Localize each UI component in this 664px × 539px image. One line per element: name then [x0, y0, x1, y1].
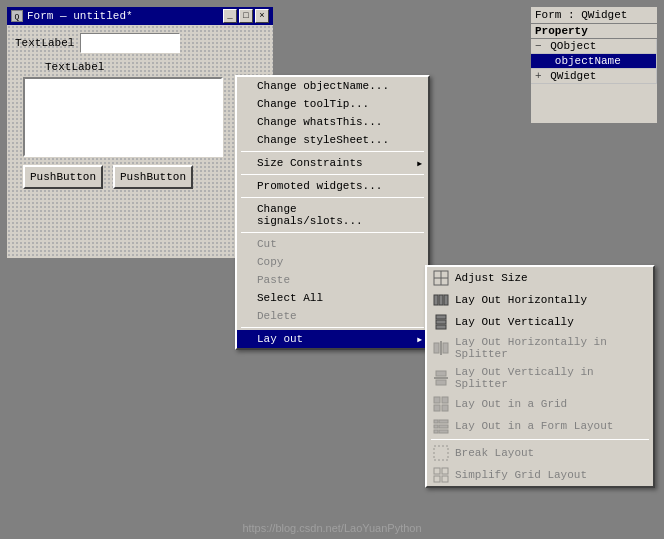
- form-title: Form — untitled*: [27, 10, 133, 22]
- svg-rect-21: [434, 425, 438, 428]
- separator-4: [241, 232, 424, 233]
- separator-5: [241, 327, 424, 328]
- menu-delete: Delete: [237, 307, 428, 325]
- lay-out-horizontally-label: Lay Out Horizontally: [455, 294, 587, 306]
- push-button-1[interactable]: PushButton: [23, 165, 103, 189]
- context-menu: Change objectName... Change toolTip... C…: [235, 75, 430, 350]
- submenu-lay-out-form: Lay Out in a Form Layout: [427, 415, 653, 437]
- svg-rect-27: [442, 468, 448, 474]
- menu-change-objectname[interactable]: Change objectName...: [237, 77, 428, 95]
- adjust-size-label: Adjust Size: [455, 272, 528, 284]
- menu-change-whatsthis[interactable]: Change whatsThis...: [237, 113, 428, 131]
- svg-rect-25: [434, 446, 448, 460]
- submenu-separator: [431, 439, 649, 440]
- close-button[interactable]: ×: [255, 9, 269, 23]
- props-row-qwidget[interactable]: + QWidget: [531, 69, 657, 84]
- svg-rect-19: [434, 420, 438, 423]
- menu-change-signals-slots[interactable]: Change signals/slots...: [237, 200, 428, 230]
- submenu-lay-out-grid: Lay Out in a Grid: [427, 393, 653, 415]
- lay-out-h-splitter-label: Lay Out Horizontally in Splitter: [455, 336, 647, 360]
- menu-lay-out[interactable]: Lay out: [237, 330, 428, 348]
- menu-promoted-widgets[interactable]: Promoted widgets...: [237, 177, 428, 195]
- break-layout-icon: [433, 445, 449, 461]
- text-area[interactable]: [23, 77, 223, 157]
- text-label-2: TextLabel: [45, 61, 265, 73]
- props-cell-objectname: objectName: [531, 54, 657, 68]
- properties-panel: Form : QWidget Property − QObject object…: [529, 5, 659, 125]
- lay-out-horizontal-icon: [433, 292, 449, 308]
- props-title: Form : QWidget: [531, 7, 657, 24]
- titlebar-controls: _ □ ×: [223, 9, 269, 23]
- form-row-1: TextLabel: [15, 33, 265, 53]
- lay-out-v-splitter-label: Lay Out Vertically in Splitter: [455, 366, 647, 390]
- svg-rect-11: [443, 343, 448, 353]
- props-expand-plus: +: [535, 70, 548, 82]
- menu-select-all[interactable]: Select All: [237, 289, 428, 307]
- menu-paste: Paste: [237, 271, 428, 289]
- svg-rect-20: [439, 420, 448, 423]
- svg-rect-22: [439, 425, 448, 428]
- form-icon: Q: [11, 10, 23, 22]
- simplify-grid-icon: [433, 467, 449, 483]
- svg-rect-12: [436, 371, 446, 376]
- svg-rect-14: [436, 380, 446, 385]
- props-table: − QObject objectName + QWidget: [531, 39, 657, 84]
- form-titlebar: Q Form — untitled* _ □ ×: [7, 7, 273, 25]
- push-button-2[interactable]: PushButton: [113, 165, 193, 189]
- svg-rect-8: [436, 325, 446, 329]
- menu-copy: Copy: [237, 253, 428, 271]
- menu-change-stylesheet[interactable]: Change styleSheet...: [237, 131, 428, 149]
- svg-rect-29: [442, 476, 448, 482]
- submenu-lay-out-h-splitter: Lay Out Horizontally in Splitter: [427, 333, 653, 363]
- svg-rect-23: [434, 430, 438, 433]
- minimize-button[interactable]: _: [223, 9, 237, 23]
- separator-2: [241, 174, 424, 175]
- text-input-1[interactable]: [80, 33, 180, 53]
- menu-change-tooltip[interactable]: Change toolTip...: [237, 95, 428, 113]
- svg-rect-24: [439, 430, 448, 433]
- submenu-adjust-size[interactable]: Adjust Size: [427, 267, 653, 289]
- svg-rect-5: [444, 295, 448, 305]
- maximize-button[interactable]: □: [239, 9, 253, 23]
- svg-rect-7: [436, 320, 446, 324]
- form-content: TextLabel TextLabel PushButton PushButto…: [7, 25, 273, 258]
- submenu-lay-out-v-splitter: Lay Out Vertically in Splitter: [427, 363, 653, 393]
- break-layout-label: Break Layout: [455, 447, 534, 459]
- lay-out-h-splitter-icon: [433, 340, 449, 356]
- lay-out-vertical-icon: [433, 314, 449, 330]
- lay-out-vertically-label: Lay Out Vertically: [455, 316, 574, 328]
- form-title-area: Q Form — untitled*: [11, 10, 133, 22]
- separator-3: [241, 197, 424, 198]
- adjust-size-icon: [433, 270, 449, 286]
- svg-rect-18: [442, 405, 448, 411]
- form-buttons: PushButton PushButton: [15, 165, 265, 189]
- props-expand-minus: −: [535, 40, 548, 52]
- submenu-lay-out-vertically[interactable]: Lay Out Vertically: [427, 311, 653, 333]
- props-cell-qobject: − QObject: [531, 39, 657, 53]
- props-header: Property: [531, 24, 657, 39]
- props-cell-qwidget: + QWidget: [531, 69, 657, 83]
- svg-rect-9: [434, 343, 439, 353]
- props-row-objectname[interactable]: objectName: [531, 54, 657, 69]
- separator-1: [241, 151, 424, 152]
- simplify-grid-label: Simplify Grid Layout: [455, 469, 587, 481]
- text-label-1: TextLabel: [15, 37, 74, 49]
- submenu-lay-out-horizontally[interactable]: Lay Out Horizontally: [427, 289, 653, 311]
- svg-rect-26: [434, 468, 440, 474]
- svg-rect-28: [434, 476, 440, 482]
- submenu-lay-out: Adjust Size Lay Out Horizontally Lay Out…: [425, 265, 655, 488]
- svg-rect-17: [434, 405, 440, 411]
- svg-rect-3: [434, 295, 438, 305]
- svg-rect-15: [434, 397, 440, 403]
- menu-size-constraints[interactable]: Size Constraints: [237, 154, 428, 172]
- submenu-break-layout: Break Layout: [427, 442, 653, 464]
- submenu-simplify-grid: Simplify Grid Layout: [427, 464, 653, 486]
- lay-out-grid-label: Lay Out in a Grid: [455, 398, 567, 410]
- props-row-qobject[interactable]: − QObject: [531, 39, 657, 54]
- lay-out-grid-icon: [433, 396, 449, 412]
- lay-out-form-icon: [433, 418, 449, 434]
- svg-rect-4: [439, 295, 443, 305]
- menu-cut: Cut: [237, 235, 428, 253]
- lay-out-v-splitter-icon: [433, 370, 449, 386]
- watermark: https://blog.csdn.net/LaoYuanPython: [0, 522, 664, 534]
